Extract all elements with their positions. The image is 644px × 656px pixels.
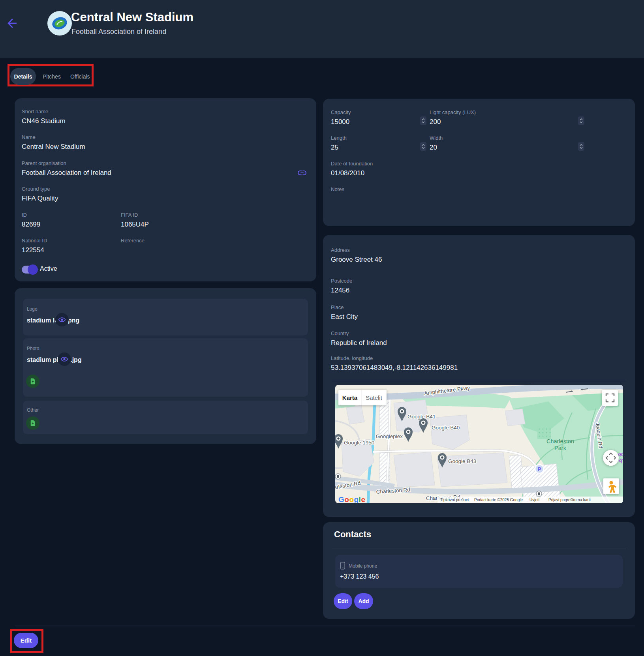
- photo-add-button[interactable]: [26, 375, 39, 388]
- active-toggle-knob: [28, 264, 38, 275]
- pan-control[interactable]: [603, 450, 619, 466]
- contacts-divider: [332, 549, 626, 549]
- map-canvas: Amphitheatre Pkwy Charleston Rd Charlest…: [335, 385, 623, 503]
- pegman-control[interactable]: [603, 478, 619, 494]
- notes-label: Notes: [331, 186, 344, 193]
- footer-edit-button[interactable]: Edit: [14, 633, 38, 648]
- fifa-id-label: FIFA ID: [121, 212, 149, 218]
- stadium-avatar: [47, 11, 72, 36]
- map-type-control[interactable]: Karta Satelit: [338, 390, 387, 405]
- length-stepper[interactable]: [420, 142, 426, 152]
- back-arrow-icon: [6, 17, 19, 30]
- file-plus-icon: [29, 378, 36, 385]
- field-place: Place East City: [331, 304, 358, 321]
- name-label: Name: [22, 134, 85, 141]
- length-label: Length: [331, 135, 347, 141]
- footer-edit-label: Edit: [21, 637, 32, 644]
- satellite-button-label: Satelit: [366, 394, 383, 401]
- field-address: Address Groove Street 46: [331, 247, 382, 264]
- poi-fragment: od xp: [618, 451, 623, 463]
- light-capacity-value: 200: [430, 118, 476, 126]
- file-plus-icon: [29, 420, 36, 427]
- field-ground-type: Ground type FIFA Quality: [22, 186, 58, 203]
- capacity-stepper[interactable]: [420, 116, 426, 127]
- contacts-add-button[interactable]: Add: [354, 593, 373, 609]
- map-container[interactable]: Amphitheatre Pkwy Charleston Rd Charlest…: [335, 385, 623, 503]
- light-capacity-label: Light capacity (LUX): [430, 109, 476, 116]
- ground-type-label: Ground type: [22, 186, 58, 192]
- attribution-shortcuts[interactable]: Tipkovni prečaci: [440, 498, 469, 502]
- specs-card: Capacity 15000 Light capacity (LUX) 200 …: [323, 99, 635, 226]
- country-value: Republic of Ireland: [331, 339, 387, 347]
- mobile-phone-row: Mobile phone +373 123 456: [335, 555, 623, 588]
- tab-pitches-label: Pitches: [43, 73, 61, 80]
- short-name-label: Short name: [22, 109, 66, 115]
- contacts-card: Contacts Mobile phone +373 123 456 Edit …: [323, 522, 635, 619]
- svg-text:od: od: [618, 451, 623, 457]
- field-postcode: Postcode 12456: [331, 278, 352, 295]
- field-short-name: Short name CN46 Stadium: [22, 109, 66, 126]
- active-toggle[interactable]: [22, 266, 37, 274]
- marker-label-b40: Google B40: [432, 425, 460, 431]
- field-date-of-foundation: Date of foundation 01/08/2010: [331, 161, 373, 178]
- other-file-row: Other: [23, 401, 308, 434]
- logo-preview-button[interactable]: [55, 313, 69, 326]
- marker-label-b43: Google B43: [448, 458, 476, 464]
- tab-pitches[interactable]: Pitches: [43, 73, 61, 80]
- mobile-phone-icon: [340, 562, 345, 570]
- marker-label-g1950: Google 1950: [344, 440, 374, 446]
- field-parent-organisation: Parent organisation Football Association…: [22, 160, 111, 177]
- postcode-label: Postcode: [331, 278, 352, 284]
- other-add-button[interactable]: [26, 416, 39, 430]
- attribution-report[interactable]: Prijavi pogrešku na karti: [548, 498, 591, 502]
- mobile-phone-label: Mobile phone: [349, 563, 377, 569]
- map-button-label: Karta: [342, 394, 358, 401]
- national-id-value: 122554: [22, 246, 47, 255]
- eye-icon: [60, 355, 68, 363]
- place-value: East City: [331, 313, 358, 321]
- width-stepper[interactable]: [578, 142, 584, 152]
- short-name-value: CN46 Stadium: [22, 117, 66, 126]
- parking-marker[interactable]: P: [535, 465, 544, 473]
- date-of-foundation-label: Date of foundation: [331, 161, 373, 167]
- attribution-terms[interactable]: Uvjeti: [529, 498, 539, 502]
- tab-details[interactable]: Details: [10, 68, 36, 85]
- fifa-id-value: 1065U4P: [121, 220, 149, 229]
- field-reference: Reference: [121, 238, 145, 246]
- latlng-label: Latitude, longitude: [331, 355, 458, 362]
- field-notes: Notes: [331, 186, 344, 195]
- tab-officials[interactable]: Officials: [70, 73, 90, 80]
- logo-label: Logo: [27, 306, 38, 312]
- length-value: 25: [331, 143, 347, 152]
- fullscreen-button[interactable]: [602, 390, 618, 406]
- logo-file-row: Logo stadium logo.png: [23, 299, 308, 335]
- light-capacity-stepper[interactable]: [578, 116, 584, 127]
- contacts-edit-button[interactable]: Edit: [334, 593, 352, 609]
- date-of-foundation-value: 01/08/2010: [331, 169, 373, 178]
- svg-text:P: P: [538, 466, 541, 472]
- files-card: Logo stadium logo.png Photo stadium phot…: [15, 288, 316, 444]
- address-map-divider: [332, 379, 626, 379]
- place-label: Place: [331, 304, 358, 311]
- name-value: Central New Stadium: [22, 142, 85, 151]
- page-title: Central New Stadium: [71, 10, 193, 24]
- svg-text:Charleston: Charleston: [546, 438, 574, 444]
- link-icon: [297, 168, 307, 178]
- capacity-label: Capacity: [331, 109, 351, 116]
- address-card: Address Groove Street 46 Postcode 12456 …: [323, 235, 635, 517]
- photo-preview-button[interactable]: [58, 352, 71, 366]
- field-capacity: Capacity 15000: [331, 109, 351, 126]
- tab-details-label: Details: [14, 73, 32, 80]
- field-light-capacity: Light capacity (LUX) 200: [430, 109, 476, 126]
- field-country: Country Republic of Ireland: [331, 330, 387, 347]
- back-button[interactable]: [6, 17, 19, 30]
- parent-organisation-link-button[interactable]: [297, 168, 307, 178]
- capacity-value: 15000: [331, 118, 351, 126]
- eye-icon: [58, 316, 66, 324]
- field-width: Width 20: [430, 135, 443, 152]
- address-label: Address: [331, 247, 382, 253]
- field-latlng: Latitude, longitude 53.13937061483049,-8…: [331, 355, 458, 372]
- tab-officials-label: Officials: [70, 73, 90, 80]
- photo-label: Photo: [27, 345, 39, 352]
- width-label: Width: [430, 135, 443, 141]
